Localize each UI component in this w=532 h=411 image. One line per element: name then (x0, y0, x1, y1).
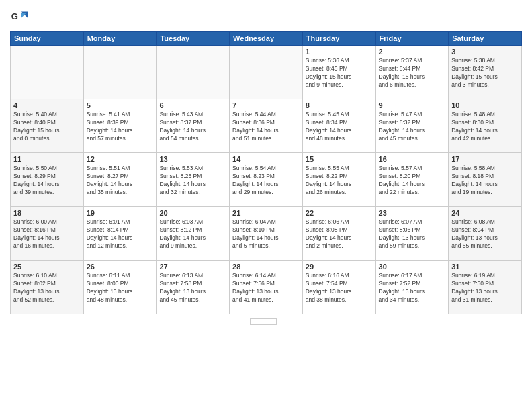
calendar-day-cell: 15Sunrise: 5:55 AM Sunset: 8:22 PM Dayli… (302, 153, 375, 207)
day-number: 11 (13, 155, 81, 163)
calendar-day-cell (11, 46, 84, 99)
calendar-day-cell: 26Sunrise: 6:11 AM Sunset: 8:00 PM Dayli… (83, 261, 157, 314)
day-info: Sunrise: 5:44 AM Sunset: 8:36 PM Dayligh… (232, 111, 300, 143)
day-number: 29 (306, 263, 373, 271)
footer-legend (10, 318, 522, 325)
day-info: Sunrise: 6:06 AM Sunset: 8:08 PM Dayligh… (306, 218, 373, 250)
calendar-day-cell: 8Sunrise: 5:45 AM Sunset: 8:34 PM Daylig… (302, 99, 375, 153)
day-info: Sunrise: 6:01 AM Sunset: 8:14 PM Dayligh… (87, 218, 154, 250)
calendar-day-cell: 22Sunrise: 6:06 AM Sunset: 8:08 PM Dayli… (302, 207, 375, 261)
calendar-day-cell: 20Sunrise: 6:03 AM Sunset: 8:12 PM Dayli… (157, 207, 230, 261)
calendar-day-cell: 5Sunrise: 5:41 AM Sunset: 8:39 PM Daylig… (83, 99, 157, 153)
calendar-day-cell: 21Sunrise: 6:04 AM Sunset: 8:10 PM Dayli… (230, 207, 303, 261)
day-number: 26 (87, 263, 154, 271)
calendar-day-cell: 2Sunrise: 5:37 AM Sunset: 8:44 PM Daylig… (375, 46, 449, 99)
calendar-day-cell: 27Sunrise: 6:13 AM Sunset: 7:58 PM Dayli… (157, 261, 230, 314)
calendar-table: SundayMondayTuesdayWednesdayThursdayFrid… (10, 31, 522, 314)
calendar-day-header: Sunday (11, 32, 84, 46)
calendar-day-cell: 23Sunrise: 6:07 AM Sunset: 8:06 PM Dayli… (375, 207, 449, 261)
footer (10, 318, 522, 325)
day-info: Sunrise: 5:40 AM Sunset: 8:40 PM Dayligh… (13, 111, 81, 143)
day-info: Sunrise: 5:58 AM Sunset: 8:18 PM Dayligh… (451, 165, 519, 197)
calendar-day-cell: 10Sunrise: 5:48 AM Sunset: 8:30 PM Dayli… (449, 99, 522, 153)
day-number: 14 (232, 155, 300, 163)
day-number: 1 (306, 48, 373, 56)
day-number: 28 (232, 263, 300, 271)
page: G SundayMondayTuesdayWednesdayThursdayFr… (0, 0, 532, 411)
calendar-week-row: 25Sunrise: 6:10 AM Sunset: 8:02 PM Dayli… (11, 261, 522, 314)
calendar-day-cell (83, 46, 157, 99)
day-info: Sunrise: 5:41 AM Sunset: 8:39 PM Dayligh… (87, 111, 154, 143)
calendar-day-cell (230, 46, 303, 99)
calendar-day-cell: 11Sunrise: 5:50 AM Sunset: 8:29 PM Dayli… (11, 153, 84, 207)
calendar-day-cell: 1Sunrise: 5:36 AM Sunset: 8:45 PM Daylig… (302, 46, 375, 99)
day-number: 18 (13, 209, 81, 217)
calendar-day-cell: 30Sunrise: 6:17 AM Sunset: 7:52 PM Dayli… (375, 261, 449, 314)
header: G (10, 7, 522, 26)
day-info: Sunrise: 5:38 AM Sunset: 8:42 PM Dayligh… (451, 57, 519, 89)
calendar-header: SundayMondayTuesdayWednesdayThursdayFrid… (11, 32, 522, 46)
day-number: 5 (87, 101, 154, 109)
day-number: 4 (13, 101, 81, 109)
calendar-day-cell: 12Sunrise: 5:51 AM Sunset: 8:27 PM Dayli… (83, 153, 157, 207)
calendar-day-cell: 18Sunrise: 6:00 AM Sunset: 8:16 PM Dayli… (11, 207, 84, 261)
calendar-day-cell: 3Sunrise: 5:38 AM Sunset: 8:42 PM Daylig… (449, 46, 522, 99)
calendar-day-cell: 19Sunrise: 6:01 AM Sunset: 8:14 PM Dayli… (83, 207, 157, 261)
day-info: Sunrise: 6:07 AM Sunset: 8:06 PM Dayligh… (379, 218, 446, 250)
calendar-day-cell: 25Sunrise: 6:10 AM Sunset: 8:02 PM Dayli… (11, 261, 84, 314)
calendar-day-cell: 16Sunrise: 5:57 AM Sunset: 8:20 PM Dayli… (375, 153, 449, 207)
day-info: Sunrise: 6:10 AM Sunset: 8:02 PM Dayligh… (13, 272, 81, 304)
calendar-day-cell: 17Sunrise: 5:58 AM Sunset: 8:18 PM Dayli… (449, 153, 522, 207)
day-number: 31 (451, 263, 519, 271)
day-number: 30 (379, 263, 446, 271)
day-number: 25 (13, 263, 81, 271)
calendar-day-cell: 9Sunrise: 5:47 AM Sunset: 8:32 PM Daylig… (375, 99, 449, 153)
day-info: Sunrise: 5:53 AM Sunset: 8:25 PM Dayligh… (159, 165, 226, 197)
calendar-week-row: 18Sunrise: 6:00 AM Sunset: 8:16 PM Dayli… (11, 207, 522, 261)
calendar-day-cell (157, 46, 230, 99)
day-number: 20 (159, 209, 226, 217)
day-number: 13 (159, 155, 226, 163)
day-info: Sunrise: 5:47 AM Sunset: 8:32 PM Dayligh… (379, 111, 446, 143)
day-info: Sunrise: 6:16 AM Sunset: 7:54 PM Dayligh… (306, 272, 373, 304)
day-number: 12 (87, 155, 154, 163)
calendar-week-row: 11Sunrise: 5:50 AM Sunset: 8:29 PM Dayli… (11, 153, 522, 207)
day-number: 19 (87, 209, 154, 217)
day-number: 21 (232, 209, 300, 217)
day-info: Sunrise: 5:55 AM Sunset: 8:22 PM Dayligh… (306, 165, 373, 197)
day-number: 17 (451, 155, 519, 163)
day-info: Sunrise: 5:48 AM Sunset: 8:30 PM Dayligh… (451, 111, 519, 143)
day-info: Sunrise: 6:00 AM Sunset: 8:16 PM Dayligh… (13, 218, 81, 250)
calendar-day-cell: 24Sunrise: 6:08 AM Sunset: 8:04 PM Dayli… (449, 207, 522, 261)
day-number: 10 (451, 101, 519, 109)
calendar-day-cell: 31Sunrise: 6:19 AM Sunset: 7:50 PM Dayli… (449, 261, 522, 314)
calendar-day-cell: 13Sunrise: 5:53 AM Sunset: 8:25 PM Dayli… (157, 153, 230, 207)
day-info: Sunrise: 6:19 AM Sunset: 7:50 PM Dayligh… (451, 272, 519, 304)
day-info: Sunrise: 5:51 AM Sunset: 8:27 PM Dayligh… (87, 165, 154, 197)
weekday-legend-box (250, 318, 277, 325)
day-info: Sunrise: 5:43 AM Sunset: 8:37 PM Dayligh… (159, 111, 226, 143)
day-number: 2 (379, 48, 446, 56)
day-number: 8 (306, 101, 373, 109)
day-info: Sunrise: 6:17 AM Sunset: 7:52 PM Dayligh… (379, 272, 446, 304)
day-info: Sunrise: 5:37 AM Sunset: 8:44 PM Dayligh… (379, 57, 446, 89)
day-info: Sunrise: 5:54 AM Sunset: 8:23 PM Dayligh… (232, 165, 300, 197)
day-number: 23 (379, 209, 446, 217)
day-info: Sunrise: 5:57 AM Sunset: 8:20 PM Dayligh… (379, 165, 446, 197)
day-info: Sunrise: 5:36 AM Sunset: 8:45 PM Dayligh… (306, 57, 373, 89)
calendar-day-header: Tuesday (157, 32, 230, 46)
calendar-day-header: Wednesday (230, 32, 303, 46)
calendar-day-header: Monday (83, 32, 157, 46)
day-info: Sunrise: 6:11 AM Sunset: 8:00 PM Dayligh… (87, 272, 154, 304)
calendar-day-cell: 29Sunrise: 6:16 AM Sunset: 7:54 PM Dayli… (302, 261, 375, 314)
calendar-week-row: 1Sunrise: 5:36 AM Sunset: 8:45 PM Daylig… (11, 46, 522, 99)
day-info: Sunrise: 6:14 AM Sunset: 7:56 PM Dayligh… (232, 272, 300, 304)
day-number: 15 (306, 155, 373, 163)
svg-text:G: G (11, 11, 18, 21)
day-info: Sunrise: 6:13 AM Sunset: 7:58 PM Dayligh… (159, 272, 226, 304)
calendar-day-header: Thursday (302, 32, 375, 46)
day-number: 22 (306, 209, 373, 217)
day-number: 6 (159, 101, 226, 109)
calendar-day-cell: 6Sunrise: 5:43 AM Sunset: 8:37 PM Daylig… (157, 99, 230, 153)
day-number: 16 (379, 155, 446, 163)
